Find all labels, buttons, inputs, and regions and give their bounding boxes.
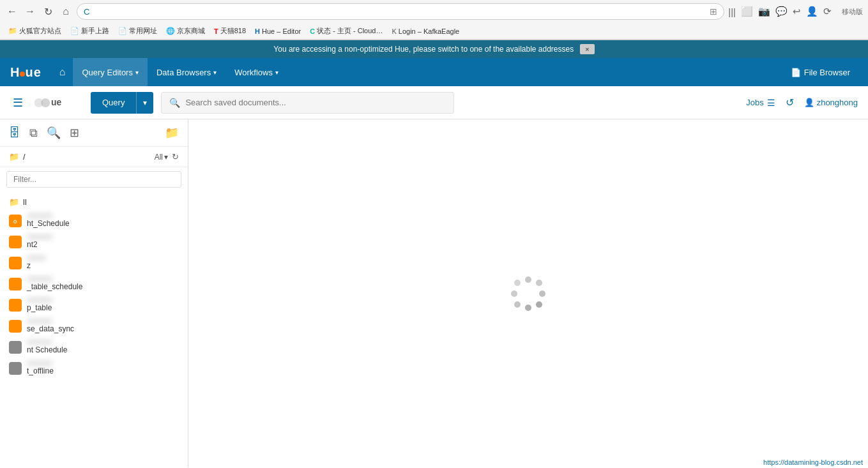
- search-bar[interactable]: 🔍: [161, 92, 454, 114]
- nav-query-editors-label: Query Editors: [82, 68, 132, 77]
- back-button[interactable]: ←: [5, 4, 19, 19]
- svg-point-9: [11, 322, 19, 330]
- mobile-label: 移动版: [842, 7, 863, 17]
- item-name: t_offline: [27, 366, 54, 375]
- bookmarks-bar: 📁 火狐官方站点 📄 新手上路 📄 常用网址 🌐 京东商城 T 天猫818 H …: [0, 23, 868, 40]
- item-name: p_table: [27, 303, 52, 312]
- item-meta-blurred: [27, 340, 52, 345]
- item-name: ht_Schedule: [27, 219, 70, 228]
- extensions-icon[interactable]: |||: [728, 6, 736, 17]
- bookmark-newuser[interactable]: 📄 新手上路: [67, 25, 112, 37]
- sidebar-folder-ll[interactable]: 📁 ll: [0, 194, 188, 210]
- svg-text:ue: ue: [51, 97, 62, 107]
- grid-icon[interactable]: ⊞: [70, 126, 79, 140]
- status-bar: https://datamining-blog.csdn.net: [758, 457, 868, 467]
- notification-close-button[interactable]: ×: [580, 44, 594, 54]
- address-bar[interactable]: C 'hue/oozie/editor/workflow/new/ ⊞: [77, 3, 724, 20]
- qr-icon: ⊞: [710, 6, 717, 17]
- nav-workflows-label: Workflows: [234, 68, 273, 77]
- folder-icon[interactable]: 📁: [165, 126, 179, 140]
- nav-workflows[interactable]: Workflows ▾: [225, 58, 287, 86]
- bookmark-icon: 🌐: [166, 27, 175, 35]
- sidebar-icon[interactable]: ⬜: [741, 6, 753, 17]
- jobs-button[interactable]: Jobs ☰: [746, 98, 775, 108]
- workflows-dropdown-arrow: ▾: [275, 69, 278, 76]
- item-name: nt2: [27, 240, 52, 249]
- spinner-svg: [509, 275, 547, 313]
- list-item[interactable]: se_data_sync: [0, 315, 188, 336]
- refresh-sidebar-icon[interactable]: ↻: [172, 152, 179, 162]
- bookmark-hue[interactable]: H Hue – Editor: [252, 26, 304, 36]
- search-icon: 🔍: [169, 98, 180, 108]
- bookmark-icon: 📁: [8, 27, 17, 35]
- svg-point-15: [536, 301, 542, 308]
- item-meta-blurred: [27, 298, 52, 303]
- bookmark-status[interactable]: C 状态 - 主页 - Cloud…: [307, 25, 386, 37]
- hue-logo-small: ue: [33, 94, 78, 112]
- bookmark-tmall[interactable]: T 天猫818: [211, 25, 249, 37]
- svg-point-8: [11, 301, 19, 309]
- item-meta-blurred: [27, 213, 52, 218]
- item-icon: [9, 362, 22, 375]
- folder-small-icon: 📁: [9, 152, 19, 162]
- username-label: zhonghong: [817, 98, 858, 107]
- list-item[interactable]: z: [0, 252, 188, 273]
- svg-point-14: [539, 291, 545, 297]
- item-meta-blurred: [27, 234, 52, 239]
- jobs-list-icon: ☰: [767, 98, 775, 108]
- browser-icons: ||| ⬜ 📷 💬 ↩ 👤 ⟳ 移动版: [728, 6, 863, 17]
- list-item[interactable]: p_table: [0, 294, 188, 315]
- hamburger-button[interactable]: ☰: [10, 93, 26, 112]
- list-item[interactable]: nt2: [0, 231, 188, 252]
- search-input[interactable]: [185, 98, 446, 107]
- home-button[interactable]: ⌂: [59, 4, 73, 19]
- query-main-button[interactable]: Query: [91, 92, 136, 114]
- forward-button[interactable]: →: [23, 4, 37, 19]
- item-oozie-icon: [9, 257, 22, 269]
- bookmark-jd[interactable]: 🌐 京东商城: [163, 25, 208, 37]
- filter-input[interactable]: [6, 171, 181, 188]
- item-name: nt Schedule: [27, 345, 67, 354]
- database-icon[interactable]: 🗄: [9, 126, 20, 140]
- refresh-button[interactable]: ↻: [41, 4, 55, 19]
- nav-query-editors[interactable]: Query Editors ▾: [73, 58, 147, 86]
- item-icon: [9, 341, 22, 354]
- screenshot-icon[interactable]: 📷: [758, 6, 770, 17]
- folder-item-icon: 📁: [9, 197, 19, 207]
- item-text: z: [27, 255, 46, 270]
- home-nav-button[interactable]: ⌂: [52, 58, 73, 86]
- file-browser-button[interactable]: 📄 File Browser: [783, 68, 858, 77]
- search-sidebar-icon[interactable]: 🔍: [47, 126, 61, 140]
- svg-point-10: [11, 343, 19, 351]
- list-item[interactable]: t_offline: [0, 358, 188, 379]
- svg-point-19: [514, 280, 521, 286]
- list-item[interactable]: ⚙ ht_Schedule: [0, 210, 188, 231]
- user-button[interactable]: 👤 zhonghong: [804, 98, 858, 107]
- sync-icon[interactable]: ⟳: [823, 6, 832, 17]
- svg-point-12: [525, 276, 531, 283]
- url-input[interactable]: 'hue/oozie/editor/workflow/new/: [93, 7, 706, 16]
- notification-text: You are accessing a non-optimized Hue, p…: [273, 45, 574, 54]
- sidebar-path-row: 📁 / All ▾ ↻: [0, 147, 188, 167]
- file-browser-icon: 📄: [791, 68, 801, 77]
- history-button[interactable]: ↺: [783, 94, 796, 111]
- query-dropdown-button[interactable]: ▾: [136, 92, 153, 114]
- home-icon: ⌂: [59, 66, 66, 78]
- bookmark-firefox[interactable]: 📁 火狐官方站点: [5, 25, 65, 37]
- profile-icon[interactable]: 👤: [806, 6, 818, 17]
- list-item[interactable]: nt Schedule: [0, 336, 188, 358]
- list-item[interactable]: _table_schedule: [0, 273, 188, 294]
- jobs-label: Jobs: [746, 98, 763, 107]
- bookmark-common[interactable]: 📄 常用网址: [115, 25, 160, 37]
- nav-data-browsers[interactable]: Data Browsers ▾: [148, 58, 225, 86]
- all-dropdown-button[interactable]: All ▾: [155, 153, 168, 162]
- current-path-label: /: [23, 152, 151, 162]
- hue-svg-logo: ue: [33, 94, 78, 112]
- all-label: All: [155, 153, 163, 162]
- item-text: se_data_sync: [27, 319, 74, 333]
- bookmark-kafka[interactable]: K Login – KafkaEagle: [388, 26, 462, 36]
- undo-icon[interactable]: ↩: [793, 6, 801, 17]
- chat-icon[interactable]: 💬: [775, 6, 788, 17]
- copy-icon[interactable]: ⧉: [29, 126, 38, 140]
- bookmark-icon: T: [214, 27, 218, 35]
